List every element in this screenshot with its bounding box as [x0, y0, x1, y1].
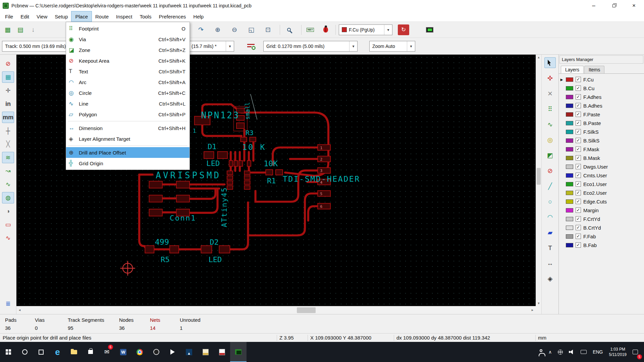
vertical-scrollbar[interactable]: ▲ ▼ — [536, 55, 541, 306]
menu-item-drill-and-place-offset[interactable]: ⊕ Drill and Place Offset — [66, 147, 190, 158]
local-ratsnest-icon[interactable]: ✕ — [544, 88, 556, 99]
menu-item-zone[interactable]: ◪ Zone Ctrl+Shift+Z — [66, 45, 190, 55]
menu-file[interactable]: File — [1, 11, 17, 21]
layer-checkbox[interactable]: ✓ — [576, 103, 581, 108]
open-board-icon[interactable]: ▤ — [15, 24, 26, 35]
edge-button[interactable]: e — [49, 342, 66, 362]
menu-item-layer-alignment-target[interactable]: ◈ Layer Alignment Target — [66, 133, 190, 144]
alignment-target-icon[interactable]: ◈ — [544, 273, 556, 284]
via-size-select[interactable]: (15.7 mils) * ▾ — [189, 41, 234, 52]
layer-checkbox[interactable]: ✓ — [576, 129, 581, 134]
layer-checkbox[interactable]: ✓ — [576, 181, 581, 187]
file-explorer-button[interactable] — [66, 342, 82, 362]
zoom-select[interactable]: Zoom Auto ▾ — [369, 41, 415, 52]
layer-color-swatch[interactable] — [566, 243, 573, 247]
polar-coordinates-icon[interactable]: ✛ — [2, 85, 14, 96]
volume-button[interactable] — [566, 342, 578, 362]
menu-help[interactable]: Help — [190, 11, 207, 21]
close-button[interactable]: × — [624, 0, 644, 11]
layer-checkbox[interactable]: ✓ — [576, 77, 581, 82]
layer-checkbox[interactable]: ✓ — [576, 234, 581, 239]
scroll-left-icon[interactable]: ◄ — [18, 308, 21, 312]
pcbnew-task-button[interactable] — [230, 342, 247, 362]
chrome-button[interactable] — [131, 342, 148, 362]
layer-row[interactable]: ✓ Margin — [559, 206, 644, 215]
menu-tools[interactable]: Tools — [136, 11, 155, 21]
language-button[interactable]: ENG — [590, 342, 606, 362]
ratsnest-hidden-icon[interactable]: ╳ — [2, 138, 14, 150]
auto-delete-track-icon[interactable]: ↝ — [2, 165, 14, 177]
tracks-sketch-icon[interactable]: ∿ — [2, 232, 14, 244]
mail-button[interactable]: ✉ 6 — [99, 342, 115, 362]
cursor-shape-icon[interactable]: ┼ — [2, 125, 14, 136]
layer-row[interactable]: ✓ F.Mask — [559, 145, 644, 154]
update-pcb-icon[interactable]: ↻ — [398, 24, 409, 35]
units-inches-icon[interactable]: in — [2, 98, 14, 110]
layer-color-swatch[interactable] — [566, 138, 573, 143]
grid-select[interactable]: Grid: 0.1270 mm (5.00 mils) ▾ — [263, 41, 358, 52]
menu-item-footprint[interactable]: ⠿ Footprint O — [66, 23, 190, 34]
drc-check-icon[interactable] — [320, 24, 331, 35]
keepout-area-icon[interactable]: ⊘ — [544, 165, 556, 176]
layer-color-swatch[interactable] — [566, 165, 573, 169]
layer-row[interactable]: ✓ Cmts.User — [559, 171, 644, 180]
layer-color-swatch[interactable] — [566, 199, 573, 204]
layer-checkbox[interactable]: ✓ — [576, 94, 581, 100]
layer-color-swatch[interactable] — [566, 217, 573, 221]
menu-item-via[interactable]: ◉ Via Ctrl+Shift+V — [66, 34, 190, 45]
horizontal-scrollbar[interactable]: ◄ ► — [16, 306, 536, 314]
draw-circle-icon[interactable]: ○ — [544, 196, 556, 207]
draw-line-icon[interactable]: ╱ — [544, 181, 556, 191]
layer-row[interactable]: ✓ F.Paste — [559, 110, 644, 119]
scroll-up-icon[interactable]: ▲ — [536, 56, 541, 59]
menu-item-arc[interactable]: ◠ Arc Ctrl+Shift+A — [66, 77, 190, 87]
dimension-tool-icon[interactable]: ↔ — [544, 258, 556, 268]
word-button[interactable]: W — [115, 342, 131, 362]
tab-items[interactable]: Items — [584, 66, 604, 73]
net-inspector-icon[interactable]: NET — [305, 24, 316, 35]
touch-keyboard-button[interactable] — [578, 342, 590, 362]
units-mm-icon[interactable]: mm — [2, 112, 14, 123]
menu-item-grid-origin[interactable]: ╬ Grid Origin — [66, 158, 190, 169]
save-board-icon[interactable]: ↓ — [28, 24, 39, 35]
layer-row[interactable]: ✓ B.Fab — [559, 241, 644, 249]
draw-polygon-icon[interactable]: ▰ — [544, 227, 556, 238]
notification-center-button[interactable]: 5 — [630, 342, 643, 362]
menu-item-dimension[interactable]: ↔ Dimension Ctrl+Shift+H — [66, 123, 190, 133]
minimize-button[interactable]: – — [584, 0, 604, 11]
select-tool-icon[interactable] — [544, 57, 556, 68]
scroll-down-icon[interactable]: ▼ — [536, 302, 541, 305]
layer-row[interactable]: ✓ F.SilkS — [559, 127, 644, 136]
layer-color-swatch[interactable] — [566, 182, 573, 186]
layer-color-swatch[interactable] — [566, 226, 573, 230]
zoom-in-icon[interactable]: ⊕ — [212, 24, 223, 35]
cortana-button[interactable] — [16, 342, 33, 362]
ratsnest-visible-icon[interactable]: ≋ — [2, 152, 14, 163]
layer-row[interactable]: ✓ B.SilkS — [559, 136, 644, 145]
layer-row[interactable]: ✓ Dwgs.User — [559, 162, 644, 171]
layers-palette-icon[interactable]: ≣ — [2, 298, 14, 309]
layer-checkbox[interactable]: ✓ — [576, 242, 581, 248]
layer-row[interactable]: ✓ B.Mask — [559, 154, 644, 162]
zoom-fit-icon[interactable]: ◱ — [246, 24, 257, 35]
layer-checkbox[interactable]: ✓ — [576, 216, 581, 222]
layer-checkbox[interactable]: ✓ — [576, 85, 581, 91]
kicad-schematic-button[interactable] — [197, 342, 214, 362]
menu-preferences[interactable]: Preferences — [155, 11, 190, 21]
new-board-icon[interactable]: ▦ — [2, 24, 13, 35]
layer-color-swatch[interactable] — [566, 147, 573, 152]
layer-color-swatch[interactable] — [566, 191, 573, 195]
menu-place[interactable]: Place — [71, 11, 92, 21]
tab-layers[interactable]: Layers — [561, 66, 584, 73]
photos-button[interactable]: ▲ — [181, 342, 197, 362]
layer-color-swatch[interactable] — [566, 121, 573, 125]
find-icon[interactable] — [283, 24, 294, 35]
layer-row[interactable]: ✓ F.Adhes — [559, 93, 644, 101]
layer-color-swatch[interactable] — [566, 234, 573, 239]
store-button[interactable] — [82, 342, 99, 362]
redo-icon[interactable]: ↷ — [195, 24, 207, 35]
zoom-selection-icon[interactable]: ⊡ — [262, 24, 274, 35]
menu-setup[interactable]: Setup — [51, 11, 71, 21]
people-button[interactable] — [537, 342, 545, 362]
layer-checkbox[interactable]: ✓ — [576, 164, 581, 169]
